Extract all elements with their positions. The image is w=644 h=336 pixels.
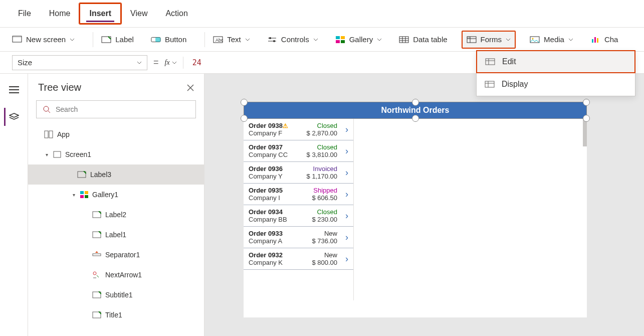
svg-point-7 (269, 37, 271, 39)
tree: App ▾ Screen1 Label3 ▾ Gallery1 Label2 (28, 123, 204, 326)
svg-rect-24 (54, 151, 61, 157)
order-amount: $ 606.50 (312, 194, 337, 202)
search-icon (43, 105, 51, 113)
label-icon (92, 311, 101, 318)
order-company: Company I (249, 194, 310, 202)
gallery-item[interactable]: Order 0934Closed›Company BB$ 230.00 (244, 205, 353, 227)
left-rail (0, 74, 28, 336)
svg-rect-26 (80, 191, 84, 194)
tree-item-screen1[interactable]: ▾ Screen1 (28, 144, 204, 164)
label-icon (92, 231, 101, 238)
insert-datatable-button[interactable]: Data table (396, 33, 450, 47)
chevron-right-icon[interactable]: › (339, 254, 348, 264)
gallery-item[interactable]: Order 0937Closed›Company CC$ 3,810.00 (244, 140, 353, 162)
order-company: Company CC (249, 151, 305, 158)
chevron-right-icon[interactable]: › (339, 232, 348, 243)
order-amount: $ 1,170.00 (307, 173, 337, 180)
layers-icon (9, 113, 19, 121)
tree-item-label1[interactable]: Label1 (28, 225, 204, 245)
tree-view-rail-button[interactable] (4, 108, 22, 126)
canvas[interactable]: Northwind Orders Order 0938⚠Closed›Compa… (204, 74, 644, 336)
gallery-item[interactable]: Order 0938⚠Closed›Company F$ 2,870.00 (244, 119, 353, 140)
tree-item-separator1[interactable]: Separator1 (28, 245, 204, 265)
svg-rect-9 (336, 36, 340, 39)
svg-rect-32 (93, 254, 101, 256)
gallery-scrollbar[interactable] (583, 119, 587, 146)
new-screen-button[interactable]: New screen (9, 33, 78, 47)
tree-search-input[interactable] (55, 105, 189, 114)
order-id: Order 0935 (249, 187, 310, 194)
tree-item-gallery1[interactable]: ▾ Gallery1 (28, 185, 204, 205)
chevron-down-icon (506, 37, 511, 42)
property-selector[interactable]: Size (12, 55, 147, 70)
tree-label: Title1 (105, 311, 122, 319)
tree-item-nextarrow1[interactable]: NextArrow1 (28, 265, 204, 285)
svg-rect-18 (592, 39, 593, 43)
tree-item-subtitle1[interactable]: Subtitle1 (28, 285, 204, 305)
tree-item-label2[interactable]: Label2 (28, 205, 204, 225)
chevron-down-icon (172, 60, 177, 65)
controls-icon (267, 35, 277, 45)
form-display-icon (485, 81, 495, 88)
menu-insert[interactable]: Insert (79, 3, 121, 24)
menu-home[interactable]: Home (40, 4, 80, 23)
menu-view[interactable]: View (121, 4, 156, 23)
chevron-right-icon[interactable]: › (339, 189, 348, 200)
fx-button[interactable]: fx (165, 59, 177, 67)
insert-forms-button[interactable]: Forms (462, 31, 516, 49)
warning-icon: ⚠ (283, 122, 288, 129)
hamburger-button[interactable] (5, 81, 23, 99)
menu-file[interactable]: File (9, 4, 40, 23)
chevron-right-icon[interactable]: › (339, 211, 348, 221)
forms-menu-edit[interactable]: Edit (476, 50, 635, 73)
chevron-right-icon[interactable]: › (339, 146, 348, 156)
tree-item-title1[interactable]: Title1 (28, 305, 204, 325)
tree-item-label3[interactable]: Label3 (28, 164, 204, 185)
close-panel-button[interactable] (187, 84, 194, 91)
insert-button-text: Button (165, 35, 186, 44)
insert-charts-button[interactable]: Cha (587, 33, 618, 47)
new-screen-label: New screen (26, 35, 66, 44)
tree-view-title: Tree view (38, 82, 81, 93)
forms-menu-display[interactable]: Display (477, 73, 635, 96)
order-amount: $ 230.00 (312, 216, 337, 223)
insert-label-button[interactable]: Label (98, 33, 137, 47)
gallery-item[interactable]: Order 0933New›Company A$ 736.00 (244, 227, 353, 248)
label-icon (101, 35, 111, 45)
chevron-right-icon[interactable]: › (339, 167, 348, 178)
insert-media-label: Media (544, 35, 564, 44)
forms-menu-display-label: Display (502, 80, 528, 89)
label-icon (92, 291, 101, 298)
insert-gallery-label: Gallery (349, 35, 373, 44)
gallery-list[interactable]: Order 0938⚠Closed›Company F$ 2,870.00Ord… (244, 119, 354, 300)
chevron-right-icon[interactable]: › (339, 124, 348, 135)
caret-down-icon: ▾ (71, 192, 76, 198)
insert-text-button[interactable]: Abc Text (210, 33, 253, 47)
caret-down-icon: ▾ (44, 152, 49, 157)
svg-point-17 (532, 38, 534, 39)
insert-button-button[interactable]: Button (148, 33, 189, 47)
tree-item-app[interactable]: App (28, 124, 204, 144)
nextarrow-icon (92, 271, 101, 279)
gallery-item[interactable]: Order 0936Invoiced›Company Y$ 1,170.00 (244, 162, 353, 184)
gallery-item[interactable]: Order 0932New›Company K$ 800.00 (244, 248, 353, 270)
label-icon (77, 171, 86, 178)
chevron-down-icon (245, 37, 250, 42)
svg-rect-27 (85, 191, 88, 194)
insert-media-button[interactable]: Media (527, 33, 576, 47)
tree-label: Gallery1 (92, 191, 118, 199)
property-name: Size (18, 58, 32, 67)
tree-label: Label3 (90, 171, 111, 179)
insert-gallery-button[interactable]: Gallery (332, 33, 385, 47)
svg-rect-12 (341, 40, 345, 43)
form-edit-icon (485, 58, 495, 65)
order-id: Order 0934 (249, 208, 310, 216)
tree-label: Subtitle1 (105, 291, 132, 299)
gallery-item[interactable]: Order 0935Shipped›Company I$ 606.50 (244, 184, 353, 205)
menu-action[interactable]: Action (156, 4, 196, 23)
app-icon (44, 130, 53, 138)
insert-controls-button[interactable]: Controls (264, 33, 321, 47)
app-title-label: Northwind Orders (244, 102, 587, 119)
tree-search-box[interactable] (36, 100, 196, 118)
ribbon: New screen Label Button Abc Text Control… (0, 28, 644, 52)
